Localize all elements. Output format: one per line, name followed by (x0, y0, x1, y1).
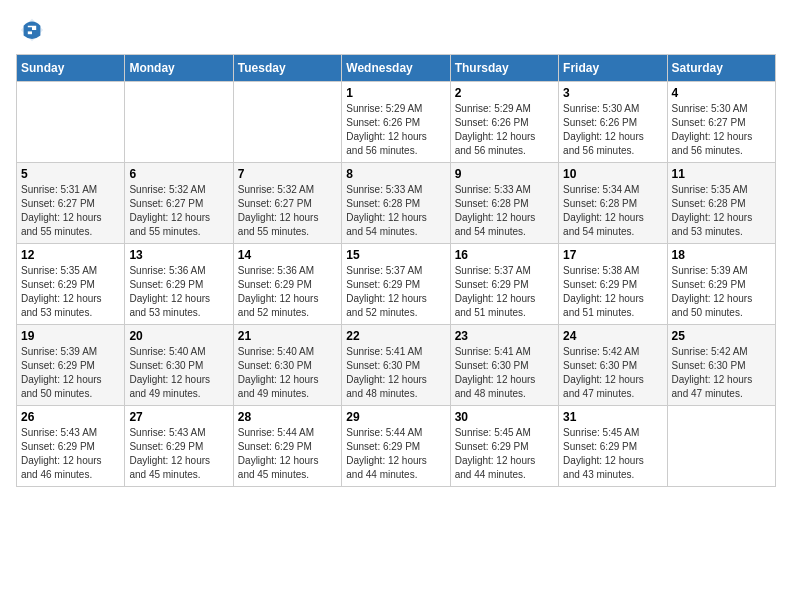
calendar-cell: 6Sunrise: 5:32 AM Sunset: 6:27 PM Daylig… (125, 163, 233, 244)
calendar-cell: 5Sunrise: 5:31 AM Sunset: 6:27 PM Daylig… (17, 163, 125, 244)
day-info: Sunrise: 5:41 AM Sunset: 6:30 PM Dayligh… (346, 345, 445, 401)
calendar-cell (17, 82, 125, 163)
day-number: 24 (563, 329, 662, 343)
day-number: 29 (346, 410, 445, 424)
day-info: Sunrise: 5:33 AM Sunset: 6:28 PM Dayligh… (346, 183, 445, 239)
col-friday: Friday (559, 55, 667, 82)
logo (16, 16, 46, 44)
day-number: 1 (346, 86, 445, 100)
logo-icon (18, 16, 46, 44)
day-number: 14 (238, 248, 337, 262)
day-number: 6 (129, 167, 228, 181)
calendar-cell: 4Sunrise: 5:30 AM Sunset: 6:27 PM Daylig… (667, 82, 775, 163)
page-header (16, 16, 776, 44)
col-thursday: Thursday (450, 55, 558, 82)
day-info: Sunrise: 5:44 AM Sunset: 6:29 PM Dayligh… (238, 426, 337, 482)
day-number: 7 (238, 167, 337, 181)
col-saturday: Saturday (667, 55, 775, 82)
week-row-1: 1Sunrise: 5:29 AM Sunset: 6:26 PM Daylig… (17, 82, 776, 163)
day-number: 11 (672, 167, 771, 181)
calendar-cell: 3Sunrise: 5:30 AM Sunset: 6:26 PM Daylig… (559, 82, 667, 163)
day-number: 28 (238, 410, 337, 424)
day-number: 21 (238, 329, 337, 343)
week-row-4: 19Sunrise: 5:39 AM Sunset: 6:29 PM Dayli… (17, 325, 776, 406)
week-row-3: 12Sunrise: 5:35 AM Sunset: 6:29 PM Dayli… (17, 244, 776, 325)
calendar-cell: 22Sunrise: 5:41 AM Sunset: 6:30 PM Dayli… (342, 325, 450, 406)
col-wednesday: Wednesday (342, 55, 450, 82)
day-number: 19 (21, 329, 120, 343)
day-number: 13 (129, 248, 228, 262)
calendar-cell: 17Sunrise: 5:38 AM Sunset: 6:29 PM Dayli… (559, 244, 667, 325)
day-number: 8 (346, 167, 445, 181)
day-number: 15 (346, 248, 445, 262)
day-info: Sunrise: 5:37 AM Sunset: 6:29 PM Dayligh… (455, 264, 554, 320)
calendar-cell (233, 82, 341, 163)
calendar-cell: 24Sunrise: 5:42 AM Sunset: 6:30 PM Dayli… (559, 325, 667, 406)
day-number: 3 (563, 86, 662, 100)
day-info: Sunrise: 5:29 AM Sunset: 6:26 PM Dayligh… (346, 102, 445, 158)
header-row: Sunday Monday Tuesday Wednesday Thursday… (17, 55, 776, 82)
day-info: Sunrise: 5:36 AM Sunset: 6:29 PM Dayligh… (238, 264, 337, 320)
day-info: Sunrise: 5:41 AM Sunset: 6:30 PM Dayligh… (455, 345, 554, 401)
day-info: Sunrise: 5:36 AM Sunset: 6:29 PM Dayligh… (129, 264, 228, 320)
day-info: Sunrise: 5:42 AM Sunset: 6:30 PM Dayligh… (672, 345, 771, 401)
day-info: Sunrise: 5:39 AM Sunset: 6:29 PM Dayligh… (672, 264, 771, 320)
calendar-cell: 11Sunrise: 5:35 AM Sunset: 6:28 PM Dayli… (667, 163, 775, 244)
week-row-5: 26Sunrise: 5:43 AM Sunset: 6:29 PM Dayli… (17, 406, 776, 487)
day-info: Sunrise: 5:34 AM Sunset: 6:28 PM Dayligh… (563, 183, 662, 239)
col-monday: Monday (125, 55, 233, 82)
calendar-cell: 9Sunrise: 5:33 AM Sunset: 6:28 PM Daylig… (450, 163, 558, 244)
day-number: 16 (455, 248, 554, 262)
day-info: Sunrise: 5:33 AM Sunset: 6:28 PM Dayligh… (455, 183, 554, 239)
day-number: 26 (21, 410, 120, 424)
week-row-2: 5Sunrise: 5:31 AM Sunset: 6:27 PM Daylig… (17, 163, 776, 244)
day-number: 22 (346, 329, 445, 343)
calendar-cell (667, 406, 775, 487)
calendar-body: 1Sunrise: 5:29 AM Sunset: 6:26 PM Daylig… (17, 82, 776, 487)
calendar-cell: 31Sunrise: 5:45 AM Sunset: 6:29 PM Dayli… (559, 406, 667, 487)
calendar-cell: 30Sunrise: 5:45 AM Sunset: 6:29 PM Dayli… (450, 406, 558, 487)
day-info: Sunrise: 5:29 AM Sunset: 6:26 PM Dayligh… (455, 102, 554, 158)
calendar-cell: 29Sunrise: 5:44 AM Sunset: 6:29 PM Dayli… (342, 406, 450, 487)
calendar-cell: 27Sunrise: 5:43 AM Sunset: 6:29 PM Dayli… (125, 406, 233, 487)
day-number: 12 (21, 248, 120, 262)
day-number: 23 (455, 329, 554, 343)
day-number: 10 (563, 167, 662, 181)
day-info: Sunrise: 5:43 AM Sunset: 6:29 PM Dayligh… (21, 426, 120, 482)
day-number: 31 (563, 410, 662, 424)
col-sunday: Sunday (17, 55, 125, 82)
day-info: Sunrise: 5:44 AM Sunset: 6:29 PM Dayligh… (346, 426, 445, 482)
day-info: Sunrise: 5:45 AM Sunset: 6:29 PM Dayligh… (455, 426, 554, 482)
calendar-cell: 18Sunrise: 5:39 AM Sunset: 6:29 PM Dayli… (667, 244, 775, 325)
calendar-cell (125, 82, 233, 163)
day-number: 9 (455, 167, 554, 181)
day-info: Sunrise: 5:35 AM Sunset: 6:29 PM Dayligh… (21, 264, 120, 320)
day-info: Sunrise: 5:32 AM Sunset: 6:27 PM Dayligh… (129, 183, 228, 239)
calendar-cell: 25Sunrise: 5:42 AM Sunset: 6:30 PM Dayli… (667, 325, 775, 406)
day-number: 5 (21, 167, 120, 181)
day-number: 17 (563, 248, 662, 262)
day-info: Sunrise: 5:43 AM Sunset: 6:29 PM Dayligh… (129, 426, 228, 482)
calendar-cell: 13Sunrise: 5:36 AM Sunset: 6:29 PM Dayli… (125, 244, 233, 325)
day-number: 27 (129, 410, 228, 424)
calendar-cell: 23Sunrise: 5:41 AM Sunset: 6:30 PM Dayli… (450, 325, 558, 406)
col-tuesday: Tuesday (233, 55, 341, 82)
calendar-cell: 19Sunrise: 5:39 AM Sunset: 6:29 PM Dayli… (17, 325, 125, 406)
day-number: 30 (455, 410, 554, 424)
calendar-cell: 28Sunrise: 5:44 AM Sunset: 6:29 PM Dayli… (233, 406, 341, 487)
day-info: Sunrise: 5:31 AM Sunset: 6:27 PM Dayligh… (21, 183, 120, 239)
day-info: Sunrise: 5:39 AM Sunset: 6:29 PM Dayligh… (21, 345, 120, 401)
day-number: 2 (455, 86, 554, 100)
day-info: Sunrise: 5:32 AM Sunset: 6:27 PM Dayligh… (238, 183, 337, 239)
day-number: 20 (129, 329, 228, 343)
calendar-header: Sunday Monday Tuesday Wednesday Thursday… (17, 55, 776, 82)
calendar-cell: 15Sunrise: 5:37 AM Sunset: 6:29 PM Dayli… (342, 244, 450, 325)
day-info: Sunrise: 5:30 AM Sunset: 6:26 PM Dayligh… (563, 102, 662, 158)
calendar-cell: 10Sunrise: 5:34 AM Sunset: 6:28 PM Dayli… (559, 163, 667, 244)
day-info: Sunrise: 5:45 AM Sunset: 6:29 PM Dayligh… (563, 426, 662, 482)
calendar-cell: 8Sunrise: 5:33 AM Sunset: 6:28 PM Daylig… (342, 163, 450, 244)
day-info: Sunrise: 5:40 AM Sunset: 6:30 PM Dayligh… (238, 345, 337, 401)
day-info: Sunrise: 5:38 AM Sunset: 6:29 PM Dayligh… (563, 264, 662, 320)
calendar-cell: 26Sunrise: 5:43 AM Sunset: 6:29 PM Dayli… (17, 406, 125, 487)
day-info: Sunrise: 5:30 AM Sunset: 6:27 PM Dayligh… (672, 102, 771, 158)
